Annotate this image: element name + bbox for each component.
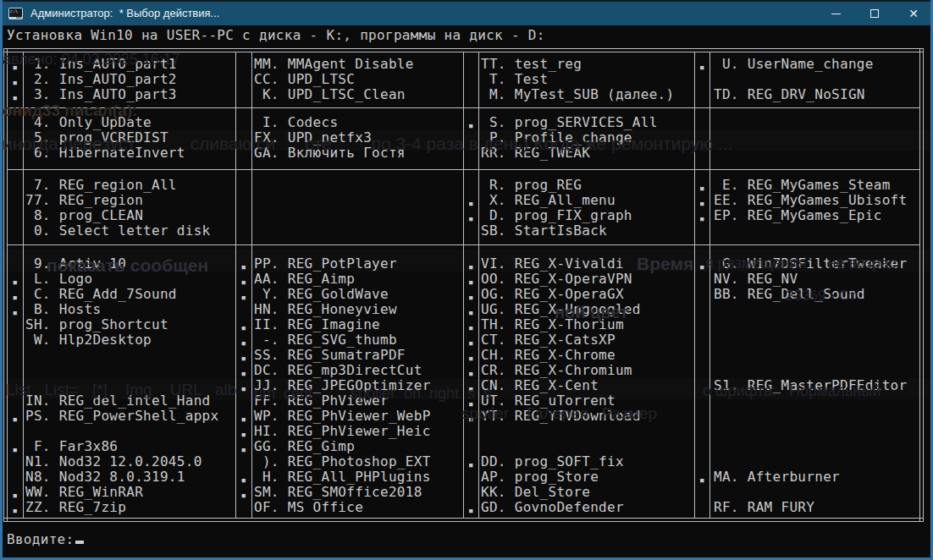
- background-text: 23369 • Ст: [786, 288, 856, 305]
- menu-band4-col3: VI. REG_X-Vivaldi OO. REG_X-OperaVPN OG.…: [481, 245, 693, 515]
- background-text: авлено: 04.02.2025 16:17: [3, 51, 180, 69]
- menu-band1-markers-col4: ▪: [695, 52, 709, 75]
- menu-band3-markers-col4: ▪ ▪ ▪: [695, 170, 709, 227]
- menu-band3-col3: R. prog_REG X. REG_All_menu D. prog_FIX_…: [481, 170, 693, 239]
- background-text: о шрифта: Нормальный: [703, 382, 881, 400]
- menu-band4-markers-col2: ▪ ▪ ▪ ▪ ▪ ▪ ▪ ▪ ▪ ▪ ▪ ▪ ▪: [236, 245, 251, 503]
- window-controls: ✕: [816, 2, 933, 25]
- menu-band3-col2: [254, 170, 462, 178]
- console-screen[interactable]: авлено: 04.02.2025 16:17 онид33 писал(а)…: [3, 25, 930, 557]
- menu-band1-col2: MM. MMAgent Disable CC. UPD_LTSC K. UPD_…: [254, 52, 462, 102]
- header-line: Установка Win10 на USER--PC с диска - K:…: [7, 28, 545, 43]
- background-text: spoiler Галерея Размер: [461, 404, 657, 423]
- menu-band1-markers-col3: [464, 52, 478, 60]
- input-prompt[interactable]: Вводите:: [7, 532, 84, 547]
- menu-band3-markers-col2: [236, 170, 251, 181]
- menu-band2-markers-col2: [236, 108, 251, 118]
- divider: [709, 52, 710, 518]
- menu-band2-markers-col3: ▪: [464, 108, 478, 134]
- divider: [3, 48, 924, 49]
- window-title: Администратор: * Выбор действия...: [30, 1, 219, 26]
- menu-band3-col4: E. REG_MyGames_Steam EE. REG_MyGames_Ubi…: [714, 170, 919, 223]
- background-text: Время: [637, 254, 693, 274]
- prompt-label: Вводите:: [7, 531, 74, 547]
- divider: [919, 48, 920, 522]
- divider: [23, 52, 24, 518]
- background-text: я размещения не возрас: [705, 255, 897, 272]
- background-text: онид33 писал(а):: [3, 102, 137, 120]
- cmd-icon-bar: [16, 17, 21, 19]
- text-cursor: [75, 541, 84, 544]
- menu-band4-col2: PP. REG_PotPlayer AA. REG_Aimp Y. REG_Go…: [254, 245, 462, 515]
- divider: [478, 52, 479, 518]
- cmd-icon[interactable]: c:\: [8, 8, 23, 19]
- cmd-icon-prompt: c:\: [10, 8, 18, 14]
- menu-band4-markers-col3: ▪ ▪ ▪ ▪ ▪ ▪ ▪ ▪ ▪ ▪ ▪ ▪ ▪: [464, 245, 478, 519]
- divider: [3, 521, 924, 522]
- background-text: показать сообщен: [47, 255, 208, 276]
- maximize-button[interactable]: [855, 2, 894, 25]
- minimize-icon: [831, 14, 841, 14]
- menu-band2-col4: [714, 108, 919, 115]
- menu-band1-markers-col2: [236, 52, 251, 60]
- background-text: List List= [*] Img URL alb: [6, 381, 236, 399]
- maximize-icon: [870, 9, 879, 18]
- menu-band4-markers-col4: ▪ ▪: [695, 245, 709, 488]
- menu-band1-col3: TT. test_reg T. Test M. MyTest_SUB (дале…: [481, 52, 693, 102]
- menu-band3-markers-col3: ▪ ▪: [464, 170, 478, 227]
- background-text: ной цвет: [555, 303, 628, 322]
- console-window: c:\ Администратор: * Выбор действия... ✕…: [0, 0, 933, 560]
- close-button[interactable]: ✕: [894, 2, 933, 25]
- menu-band2-markers-col4: [695, 108, 709, 118]
- menu-band3-markers-col1: [8, 170, 23, 181]
- divider: [251, 52, 252, 518]
- divider: [923, 48, 924, 522]
- menu-band3-col1: 7. REG_region_All 77. REG_region 8. prog…: [25, 170, 234, 239]
- titlebar[interactable]: c:\ Администратор: * Выбор действия... ✕: [0, 0, 933, 25]
- menu-band4-col4: G. Win7DSFilterTweaker NV. REG_NV BB. RE…: [714, 245, 919, 515]
- close-icon: ✕: [908, 8, 919, 19]
- menu-band1-col4: U. UserName_change TD. REG_DRV_NoSIGN: [714, 52, 919, 102]
- background-text: um cent spoiler on right s s: [254, 385, 491, 403]
- minimize-button[interactable]: [816, 2, 855, 25]
- background-text: иногда перезуст сливаю си сте по 3-4 раз…: [3, 134, 733, 154]
